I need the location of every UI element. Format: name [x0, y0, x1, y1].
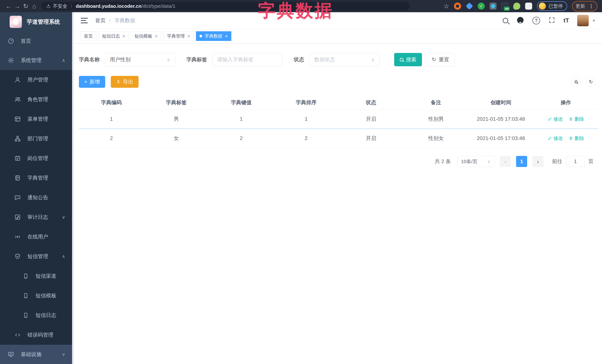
export-button[interactable]: 导出 [111, 76, 139, 88]
pencil-icon [548, 136, 552, 141]
breadcrumb-home[interactable]: 首页 [95, 17, 106, 24]
show-search-toggle-button[interactable] [571, 77, 581, 87]
sidebar: 芋道管理系统 首页 系统管理 ∧ 用户管理 角色管理 [0, 12, 74, 364]
not-secure-warning-icon: ⚠ [46, 3, 51, 9]
edit-link[interactable]: 修改 [548, 135, 563, 142]
dict-label-input[interactable]: 请输入字典标签 [212, 53, 283, 66]
table-toolbar: + 新增 导出 ↻ [79, 76, 598, 88]
chevron-down-icon: ∨ [487, 159, 491, 164]
caret-down-icon[interactable]: ▾ [593, 18, 595, 23]
phone-icon [22, 273, 29, 279]
sidebar-item-audit-log[interactable]: 审计日志 ∨ [0, 207, 74, 227]
browser-profile-button[interactable]: 已暂停 [537, 1, 567, 11]
pagination: 共 2 条 10条/页 ∨ ‹ 1 › 前往 1 页 [79, 156, 598, 167]
sidebar-item-home[interactable]: 首页 [0, 31, 74, 51]
sidebar-item-departments[interactable]: 部门管理 [0, 129, 74, 148]
shield-check-icon [14, 253, 21, 260]
goto-page-input[interactable]: 1 [566, 156, 585, 167]
extension-green-check-icon[interactable]: ✓ [478, 3, 485, 10]
user-avatar[interactable] [577, 15, 589, 26]
dict-data-table: 字典编码 字典标签 字典键值 字典排序 状态 备注 创建时间 操作 1 男 1 … [79, 95, 598, 148]
delete-link[interactable]: 删除 [569, 116, 584, 122]
sidebar-item-menus[interactable]: 菜单管理 [0, 109, 74, 129]
sidebar-item-dict[interactable]: 字典管理 [0, 168, 74, 188]
sidebar-item-notices[interactable]: 通知公告 [0, 188, 74, 207]
extensions-puzzle-icon[interactable] [525, 3, 532, 10]
search-icon[interactable] [503, 18, 508, 23]
sidebar-item-error-codes[interactable]: 错误码管理 [0, 325, 74, 345]
sidebar-item-infrastructure[interactable]: 基础设施 ∨ [0, 345, 74, 364]
close-icon[interactable]: × [225, 34, 228, 39]
tab-sms-log[interactable]: 短信日志 × [98, 31, 129, 41]
tab-home[interactable]: 首页 [80, 31, 96, 41]
font-size-icon[interactable]: tT [563, 17, 569, 24]
users-icon [14, 96, 21, 103]
status-label: 状态 [294, 56, 304, 63]
reload-icon[interactable]: ↻ [22, 2, 30, 10]
close-icon[interactable]: × [122, 34, 125, 39]
extension-gray-diamond-icon[interactable] [490, 3, 497, 10]
sidebar-item-users[interactable]: 用户管理 [0, 70, 74, 90]
sidebar-scrollbar[interactable] [72, 12, 74, 364]
close-icon[interactable]: × [187, 34, 190, 39]
tab-dict-manage[interactable]: 字典管理 × [163, 31, 194, 41]
sidebar-item-posts[interactable]: 岗位管理 [0, 148, 74, 168]
prev-page-button[interactable]: ‹ [500, 156, 511, 167]
extension-on-badge-icon[interactable]: on [501, 3, 508, 10]
sidebar-menu: 首页 系统管理 ∧ 用户管理 角色管理 菜单管理 [0, 31, 74, 364]
tab-dict-data-active[interactable]: 字典数据 × [196, 31, 231, 41]
extension-blue-gem-icon[interactable] [466, 3, 473, 10]
app-logo-row[interactable]: 芋道管理系统 [0, 12, 74, 31]
monitor-icon [7, 351, 14, 358]
current-page-button[interactable]: 1 [516, 156, 527, 167]
forward-icon[interactable]: → [13, 3, 22, 10]
search-icon [575, 80, 578, 83]
sidebar-item-sms-channel[interactable]: 短信渠道 [0, 266, 74, 286]
main-area: 首页 / 字典数据 ? tT ▾ 首页 短信日志 × [74, 12, 602, 364]
sidebar-item-roles[interactable]: 角色管理 [0, 90, 74, 109]
extension-orange-icon[interactable] [454, 3, 461, 10]
table-bottom-border [79, 147, 598, 148]
dict-book-icon [14, 175, 21, 181]
browser-update-button[interactable]: 更新 ⋮ [572, 1, 598, 11]
message-bubble-icon [14, 194, 21, 201]
help-icon[interactable]: ? [532, 17, 540, 24]
extension-sprout-icon[interactable] [513, 3, 520, 10]
hamburger-icon[interactable] [81, 18, 88, 23]
github-icon[interactable] [516, 16, 524, 25]
sidebar-item-system[interactable]: 系统管理 ∧ [0, 51, 74, 70]
total-count: 共 2 条 [435, 158, 451, 165]
download-icon [116, 79, 121, 85]
add-button[interactable]: + 新增 [79, 76, 105, 88]
online-signal-icon [14, 233, 21, 240]
fullscreen-icon[interactable] [548, 17, 555, 24]
delete-link[interactable]: 删除 [569, 135, 584, 142]
back-icon[interactable]: ← [4, 3, 13, 10]
chevron-up-icon: ∧ [62, 58, 65, 63]
breadcrumb-separator: / [109, 18, 111, 23]
reset-button[interactable]: ↻ 重置 [426, 53, 455, 66]
edit-link[interactable]: 修改 [548, 116, 563, 122]
browser-menu-icon[interactable]: ⋮ [589, 3, 594, 10]
profile-paused-label: 已暂停 [548, 3, 563, 10]
dict-name-select[interactable]: 用户性别 ∨ [105, 53, 175, 66]
sidebar-item-sms[interactable]: 短信管理 ∧ [0, 247, 74, 266]
on-badge: on [504, 7, 510, 11]
next-page-button[interactable]: › [532, 156, 543, 167]
trash-icon [569, 117, 573, 121]
address-bar[interactable]: ⚠ 不安全 dashboard.yudao.iocoder.cn /dict/t… [41, 2, 410, 10]
home-icon[interactable]: ⌂ [30, 3, 39, 10]
refresh-table-button[interactable]: ↻ [586, 77, 596, 87]
url-host: dashboard.yudao.iocoder.cn [76, 3, 141, 9]
app-logo [10, 16, 22, 28]
search-button[interactable]: 搜索 [394, 53, 422, 66]
tab-sms-template[interactable]: 短信模板 × [131, 31, 161, 41]
browser-actions: ☆ ✓ on 已暂停 更新 ⋮ [444, 1, 598, 11]
sidebar-item-online-users[interactable]: 在线用户 [0, 227, 74, 247]
page-size-select[interactable]: 10条/页 ∨ [457, 156, 494, 167]
status-select[interactable]: 数据状态 ∨ [309, 53, 380, 66]
sidebar-item-sms-log[interactable]: 短信日志 [0, 305, 74, 325]
bookmark-star-icon[interactable]: ☆ [444, 2, 449, 10]
sidebar-item-sms-template[interactable]: 短信模板 [0, 286, 74, 305]
close-icon[interactable]: × [155, 34, 158, 39]
